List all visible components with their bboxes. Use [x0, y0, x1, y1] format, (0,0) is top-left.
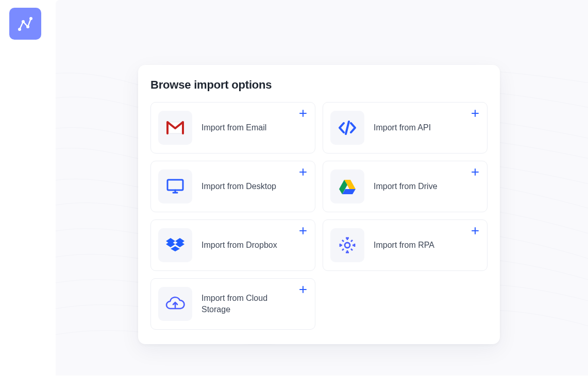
option-import-drive[interactable]: Import from Drive: [323, 161, 488, 212]
cloud-upload-icon: [158, 287, 192, 321]
plus-icon: [298, 285, 308, 294]
option-label: Import from API: [374, 122, 431, 133]
option-import-rpa[interactable]: Import from RPA: [323, 219, 488, 271]
drive-icon: [330, 169, 364, 203]
options-grid: Import from Email Import from API: [150, 102, 488, 330]
option-label: Import from Email: [201, 122, 266, 133]
plus-icon: [298, 109, 308, 118]
gmail-icon: [158, 111, 192, 145]
svg-point-0: [18, 28, 21, 31]
option-label: Import from Cloud Storage: [201, 293, 279, 316]
plus-icon: [471, 226, 480, 235]
sidebar: [0, 0, 56, 391]
main-area: Browse import options Import from Email: [56, 0, 588, 376]
network-icon: [16, 14, 35, 33]
gear-icon: [330, 228, 364, 262]
svg-point-2: [26, 25, 29, 28]
import-options-card: Browse import options Import from Email: [138, 65, 500, 344]
svg-point-3: [29, 17, 32, 20]
option-import-cloud-storage[interactable]: Import from Cloud Storage: [150, 278, 315, 330]
svg-point-1: [22, 20, 25, 23]
svg-point-5: [345, 243, 350, 248]
option-label: Import from Dropbox: [201, 240, 277, 251]
card-title: Browse import options: [150, 78, 488, 92]
desktop-icon: [158, 169, 192, 203]
dropbox-icon: [158, 228, 192, 262]
app-logo[interactable]: [9, 8, 41, 40]
option-label: Import from RPA: [374, 240, 434, 251]
plus-icon: [298, 226, 308, 235]
option-import-dropbox[interactable]: Import from Dropbox: [150, 219, 315, 271]
plus-icon: [298, 167, 308, 177]
option-import-desktop[interactable]: Import from Desktop: [150, 161, 315, 212]
api-icon: [330, 111, 364, 145]
svg-rect-4: [167, 180, 183, 190]
option-import-email[interactable]: Import from Email: [150, 102, 315, 154]
option-import-api[interactable]: Import from API: [323, 102, 488, 154]
option-label: Import from Desktop: [201, 181, 276, 192]
plus-icon: [471, 109, 480, 118]
plus-icon: [471, 167, 480, 177]
option-label: Import from Drive: [374, 181, 438, 192]
